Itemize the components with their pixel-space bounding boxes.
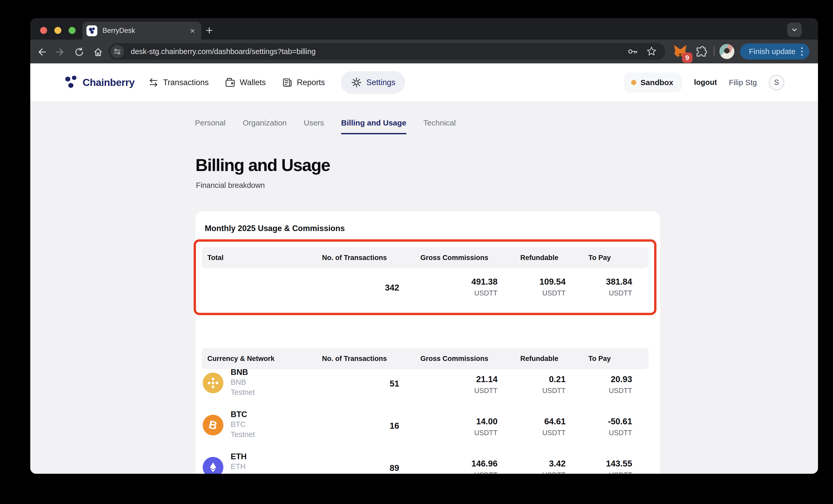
asset-network-type: Testnet <box>231 429 255 439</box>
table-row-eth: ETH ETH Testnet 89 146.96 USDTT 3.42 USD… <box>201 451 649 474</box>
nav-item-reports[interactable]: Reports <box>282 77 325 88</box>
tab-personal[interactable]: Personal <box>195 119 225 134</box>
asset-labels: BTC BTC Testnet <box>231 409 255 451</box>
btc-coin-icon: B <box>203 415 223 435</box>
nav-label: Transactions <box>163 78 209 87</box>
asset-cell: BNB BNB Testnet <box>201 367 322 409</box>
back-button[interactable] <box>36 46 47 58</box>
chevron-down-icon <box>790 26 799 34</box>
environment-label: Sandbox <box>640 78 673 87</box>
total-gross-commissions: 491.38 USDTT <box>420 273 520 297</box>
window-close-button[interactable] <box>40 27 47 34</box>
transactions-icon <box>148 77 159 88</box>
wallets-icon <box>225 77 236 88</box>
reload-icon <box>74 47 85 57</box>
site-info-icon[interactable] <box>111 45 124 58</box>
navbar-right: Sandbox logout Filip Stg S <box>624 64 784 101</box>
nav-item-transactions[interactable]: Transactions <box>148 77 209 88</box>
asset-network: BNB <box>231 377 255 387</box>
chainberry-brand[interactable]: Chainberry <box>64 64 135 101</box>
asset-symbol: BNB <box>231 368 255 377</box>
user-name: Filip Stg <box>729 78 757 87</box>
browser-tab[interactable]: BerryDesk × <box>82 22 201 40</box>
table-row-btc: B BTC BTC Testnet 16 14.00 USDTT <box>201 409 649 451</box>
row-refundable: 64.61 USDTT <box>520 409 588 451</box>
browser-toolbar: desk-stg.chainberry.com/dashboard/settin… <box>30 40 818 64</box>
nav-label: Settings <box>366 78 395 87</box>
tab-search-button[interactable] <box>787 23 802 37</box>
bnb-coin-icon <box>203 373 223 393</box>
total-refundable: 109.54 USDTT <box>520 273 588 297</box>
forward-arrow-icon <box>55 47 66 57</box>
tab-billing-and-usage[interactable]: Billing and Usage <box>341 119 406 134</box>
environment-badge[interactable]: Sandbox <box>624 72 682 93</box>
row-gross-commissions: 14.00 USDTT <box>420 409 520 451</box>
tab-technical[interactable]: Technical <box>424 119 456 134</box>
reload-button[interactable] <box>73 46 85 58</box>
app-navbar: Chainberry Transactions Wallets Reports … <box>30 64 818 101</box>
page-subtitle: Financial breakdown <box>196 181 265 190</box>
browser-menu-icon[interactable] <box>801 47 803 56</box>
asset-labels: BNB BNB Testnet <box>231 367 255 409</box>
page-content: Personal Organization Users Billing and … <box>30 101 818 474</box>
row-transactions: 16 <box>322 409 420 451</box>
window-zoom-button[interactable] <box>69 27 76 34</box>
eth-coin-icon <box>203 457 223 474</box>
bookmark-star-icon[interactable] <box>646 46 657 58</box>
traffic-lights <box>40 27 76 34</box>
new-tab-button[interactable]: + <box>206 23 213 37</box>
window-minimize-button[interactable] <box>54 27 61 34</box>
finish-update-button[interactable]: Finish update <box>740 44 809 59</box>
brand-name: Chainberry <box>82 77 135 88</box>
asset-network-type: Testnet <box>231 472 255 474</box>
logout-button[interactable]: logout <box>694 78 717 87</box>
nav-item-settings[interactable]: Settings <box>341 71 405 94</box>
column-header: To Pay <box>588 254 649 262</box>
column-header: Refundable <box>520 254 588 262</box>
asset-labels: ETH ETH Testnet <box>231 451 255 474</box>
tab-users[interactable]: Users <box>304 119 324 134</box>
chainberry-logo-icon <box>64 76 79 90</box>
nav-item-wallets[interactable]: Wallets <box>225 77 266 88</box>
totals-row: 342 491.38 USDTT 109.54 USDTT 381.84 USD… <box>201 273 649 297</box>
totals-empty-cell <box>201 273 322 297</box>
total-transactions: 342 <box>322 273 420 297</box>
asset-symbol: ETH <box>231 452 255 461</box>
home-button[interactable] <box>92 46 104 58</box>
home-icon <box>93 47 103 57</box>
settings-gear-icon <box>351 77 362 88</box>
back-arrow-icon <box>37 47 47 57</box>
table-row-bnb: BNB BNB Testnet 51 21.14 USDTT 0.21 USDT… <box>201 367 649 409</box>
forward-button[interactable] <box>55 46 66 58</box>
total-to-pay: 381.84 USDTT <box>588 273 649 297</box>
nav-label: Reports <box>297 78 325 87</box>
column-header: Refundable <box>520 355 588 363</box>
row-to-pay: 143.55 USDTT <box>588 451 649 474</box>
row-to-pay: 20.93 USDTT <box>588 367 649 409</box>
user-avatar[interactable]: S <box>769 75 784 90</box>
asset-network: BTC <box>231 420 255 429</box>
url-bar[interactable]: desk-stg.chainberry.com/dashboard/settin… <box>109 43 665 60</box>
column-header: No. of Transactions <box>322 254 420 262</box>
asset-network-type: Testnet <box>231 387 255 397</box>
page-title: Billing and Usage <box>195 155 330 175</box>
row-gross-commissions: 21.14 USDTT <box>420 367 520 409</box>
extensions-puzzle-icon[interactable] <box>693 45 707 60</box>
row-refundable: 0.21 USDTT <box>520 367 588 409</box>
finish-update-label: Finish update <box>749 47 795 56</box>
row-to-pay: -50.61 USDTT <box>588 409 649 451</box>
browser-window: BerryDesk × + desk-stg.chainberry.com/da… <box>30 18 818 474</box>
column-header: Currency & Network <box>201 355 322 363</box>
nav-label: Wallets <box>240 78 266 87</box>
toolbar-divider <box>714 47 715 56</box>
row-transactions: 89 <box>322 451 420 474</box>
reports-icon <box>282 77 293 88</box>
browser-profile-avatar[interactable] <box>719 44 734 59</box>
tab-organization[interactable]: Organization <box>242 119 287 134</box>
asset-cell: B BTC BTC Testnet <box>201 409 322 451</box>
asset-cell: ETH ETH Testnet <box>201 451 322 474</box>
tab-close-icon[interactable]: × <box>190 27 195 35</box>
main-navigation: Transactions Wallets Reports Settings <box>148 64 405 101</box>
column-header: To Pay <box>588 355 649 363</box>
password-key-icon[interactable] <box>627 46 638 58</box>
